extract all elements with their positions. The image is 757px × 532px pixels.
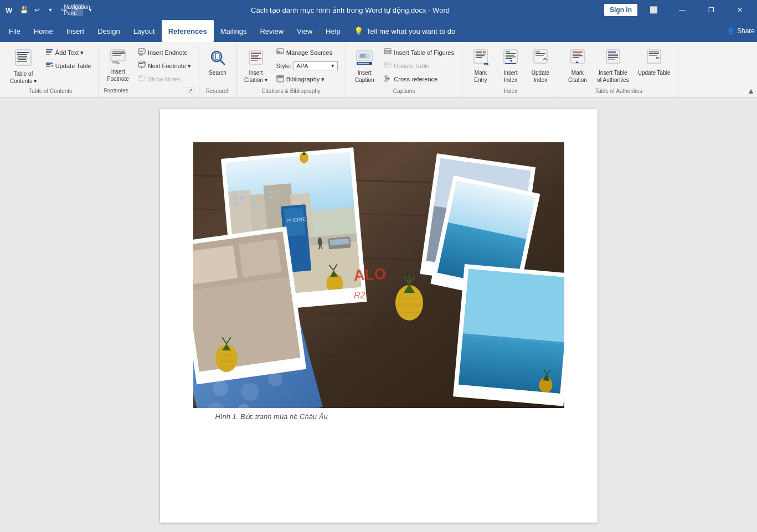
svg-rect-53 <box>281 52 282 53</box>
update-table-toc-button[interactable]: Update Table <box>42 60 95 72</box>
svg-text:idx: idx <box>484 63 487 66</box>
lightbulb-icon: 💡 <box>354 27 363 35</box>
image-container: PHONE ALO <box>193 142 564 421</box>
style-selector[interactable]: Style: APA ▼ <box>273 60 342 72</box>
menu-right: 👤 Share <box>727 27 755 35</box>
maximize-button[interactable]: ❐ <box>698 0 724 20</box>
insert-footnote-button[interactable]: AB 1 1 note InsertFootnote <box>104 47 132 85</box>
svg-rect-180 <box>193 276 300 371</box>
undo-dropdown[interactable]: ▼ <box>44 4 56 16</box>
svg-text:ALO: ALO <box>353 265 387 284</box>
svg-rect-69 <box>384 63 388 64</box>
menu-references[interactable]: References <box>162 20 214 42</box>
svg-rect-85 <box>506 55 514 56</box>
nav-pane-toggle[interactable]: Navigation Pane <box>71 4 83 16</box>
insert-index-label: InsertIndex <box>503 69 517 84</box>
svg-rect-137 <box>275 190 279 193</box>
tell-me-text[interactable]: Tell me what you want to do <box>367 27 455 35</box>
update-index-button[interactable]: UpdateIndex <box>527 47 554 86</box>
insert-endnote-button[interactable]: iend Insert Endnote <box>135 47 194 59</box>
style-label: Style: <box>276 63 292 69</box>
close-button[interactable]: ✕ <box>727 0 753 20</box>
toc-small-btns: Add Text ▾ Update Table <box>42 47 95 72</box>
style-dropdown[interactable]: APA ▼ <box>293 61 338 70</box>
svg-rect-91 <box>535 53 545 54</box>
show-notes-button[interactable]: Show Notes <box>135 73 194 85</box>
share-label: Share <box>737 27 755 35</box>
svg-rect-67 <box>385 53 390 53</box>
customize-qa[interactable]: ▼ <box>84 4 96 16</box>
svg-rect-138 <box>269 196 272 199</box>
tell-me-area: 💡 Tell me what you want to do <box>354 27 455 35</box>
svg-rect-104 <box>608 59 615 60</box>
cross-reference-button[interactable]: Cross-reference <box>380 73 457 85</box>
ribbon-collapse-button[interactable]: ▲ <box>747 86 755 95</box>
svg-rect-11 <box>46 52 52 53</box>
sign-in-button[interactable]: Sign in <box>604 4 637 16</box>
title-bar-right: Sign in ⬜ — ❐ ✕ <box>604 0 753 20</box>
authorities-group-label: Table of Authorities <box>564 87 674 95</box>
add-text-button[interactable]: Add Text ▾ <box>42 47 95 59</box>
quick-access-toolbar: 💾 ↩ ▼ ↪ Navigation Pane ▼ <box>18 4 96 16</box>
menu-file[interactable]: File <box>2 20 27 42</box>
ribbon-display-options[interactable]: ⬜ <box>641 0 666 20</box>
svg-rect-14 <box>46 64 50 65</box>
svg-rect-84 <box>506 53 516 54</box>
svg-rect-72 <box>385 76 387 78</box>
svg-rect-134 <box>233 203 238 207</box>
update-table-authorities-button[interactable]: Update Table <box>635 47 674 79</box>
manage-sources-label: Manage Sources <box>286 49 332 56</box>
svg-rect-13 <box>46 63 53 64</box>
insert-caption-button[interactable]: InsertCaption <box>351 47 378 86</box>
insert-table-authorities-button[interactable]: Insert Tableof Authorities <box>594 47 632 86</box>
menu-layout[interactable]: Layout <box>127 20 162 42</box>
toc-icon <box>14 49 32 69</box>
svg-rect-47 <box>251 60 258 61</box>
bibliography-button[interactable]: Bibliography ▾ <box>273 73 342 85</box>
citations-group-content: InsertCitation ▾ Manage Sources Style: A… <box>241 47 341 87</box>
minimize-button[interactable]: — <box>670 0 695 20</box>
ribbon-group-captions: InsertCaption Insert Table of Figures Up… <box>346 44 462 97</box>
search-button[interactable]: i Search <box>204 47 231 79</box>
svg-rect-4 <box>17 54 27 55</box>
insert-citation-button[interactable]: InsertCitation ▾ <box>241 47 271 86</box>
figure-caption: Hình 1. Bức tranh mùa hè Châu Âu <box>193 412 564 421</box>
insert-toa-label: Insert Tableof Authorities <box>597 69 629 84</box>
insert-index-icon <box>502 49 519 68</box>
menu-help[interactable]: Help <box>319 20 347 42</box>
manage-sources-button[interactable]: Manage Sources <box>273 47 342 59</box>
ribbon: Table ofContents ▾ Add Text ▾ Update Tab… <box>0 42 757 98</box>
insert-table-of-figures-button[interactable]: Insert Table of Figures <box>380 47 457 59</box>
photo-collage: PHONE ALO <box>193 142 564 408</box>
insert-toa-icon <box>604 49 622 68</box>
table-of-contents-button[interactable]: Table ofContents ▾ <box>7 47 40 87</box>
menu-home[interactable]: Home <box>27 20 60 42</box>
menu-insert[interactable]: Insert <box>60 20 91 42</box>
update-table-captions-button[interactable]: Update Table <box>380 60 457 72</box>
svg-rect-55 <box>277 76 283 77</box>
toc-group-content: Table ofContents ▾ Add Text ▾ Update Tab… <box>7 47 94 87</box>
undo-button[interactable]: ↩ <box>31 4 43 16</box>
share-button[interactable]: 👤 Share <box>727 27 755 35</box>
insert-index-button[interactable]: InsertIndex <box>497 47 524 86</box>
next-footnote-button[interactable]: AB Next Footnote ▾ <box>135 60 194 72</box>
svg-rect-7 <box>18 59 26 60</box>
menu-review[interactable]: Review <box>253 20 290 42</box>
menu-mailings[interactable]: Mailings <box>214 20 254 42</box>
menu-view[interactable]: View <box>290 20 319 42</box>
title-bar: W 💾 ↩ ▼ ↪ Navigation Pane ▼ Cách tạo dan… <box>0 0 757 20</box>
menu-design[interactable]: Design <box>91 20 126 42</box>
mark-entry-button[interactable]: idx MarkEntry <box>467 47 495 86</box>
svg-text:end: end <box>139 54 143 56</box>
style-dropdown-arrow: ▼ <box>330 63 335 69</box>
footnotes-dialog-launcher[interactable]: ↗ <box>187 87 194 94</box>
mark-citation-button[interactable]: MarkCitation <box>564 47 591 86</box>
svg-rect-70 <box>384 64 388 65</box>
svg-rect-135 <box>251 200 254 204</box>
save-button[interactable]: 💾 <box>18 4 30 16</box>
add-text-icon <box>45 48 53 58</box>
svg-rect-9 <box>46 49 53 50</box>
svg-rect-43 <box>251 53 261 54</box>
insert-citation-icon <box>247 49 265 68</box>
search-icon: i <box>209 49 226 68</box>
